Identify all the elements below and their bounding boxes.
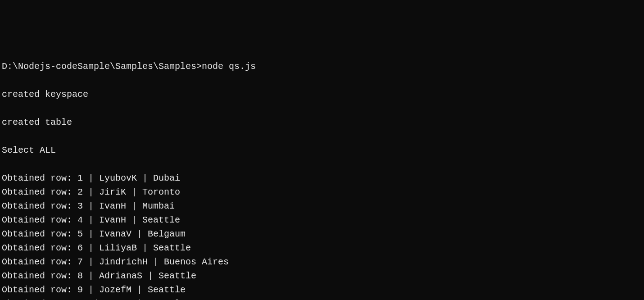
command-text: node qs.js: [202, 61, 256, 72]
output-row: Obtained row: 8 | AdrianaS | Seattle: [2, 269, 642, 283]
output-row: Obtained row: 7 | JindrichH | Buenos Air…: [2, 255, 642, 269]
output-created-table: created table: [2, 115, 642, 129]
output-row: Obtained row: 4 | IvanH | Seattle: [2, 213, 642, 227]
output-row: Obtained row: 6 | LiliyaB | Seattle: [2, 241, 642, 255]
output-row: Obtained row: 3 | IvanH | Mumbai: [2, 199, 642, 213]
output-row: Obtained row: 2 | JiriK | Toronto: [2, 185, 642, 199]
output-row: Obtained row: 10 | EmmaH | Seattle: [2, 297, 642, 300]
output-row: Obtained row: 9 | JozefM | Seattle: [2, 283, 642, 297]
output-created-keyspace: created keyspace: [2, 87, 642, 101]
output-row: Obtained row: 5 | IvanaV | Belgaum: [2, 227, 642, 241]
output-select-all: Select ALL: [2, 143, 642, 157]
prompt-path: D:\Nodejs-codeSample\Samples\Samples>: [2, 61, 202, 72]
output-rows-container: Obtained row: 1 | LyubovK | DubaiObtaine…: [2, 171, 642, 300]
command-prompt-line: D:\Nodejs-codeSample\Samples\Samples>nod…: [2, 59, 642, 73]
output-row: Obtained row: 1 | LyubovK | Dubai: [2, 171, 642, 185]
